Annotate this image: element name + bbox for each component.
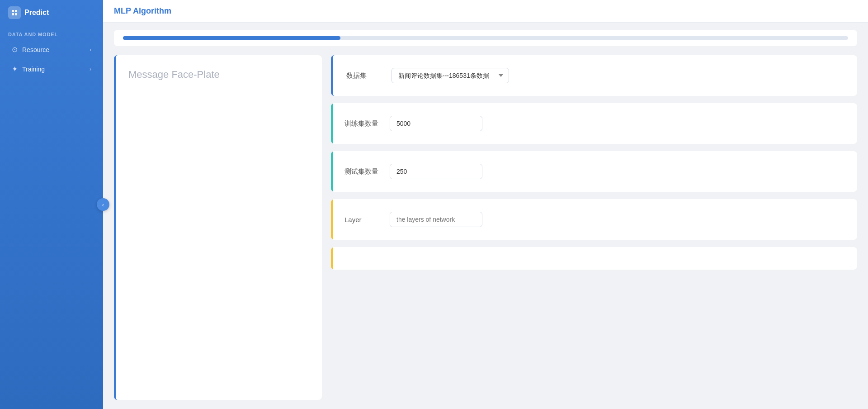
below-progress: Message Face-Plate 数据集 新闻评论数据集---186531条…: [103, 46, 868, 409]
resource-icon: ⊙: [12, 45, 18, 54]
training-chevron-icon: ›: [90, 66, 91, 72]
progress-card: [114, 30, 857, 46]
sidebar-item-training[interactable]: ✦ Training ›: [4, 59, 99, 79]
train-label: 训练集数量: [344, 119, 381, 128]
train-input[interactable]: [390, 116, 482, 131]
sidebar-logo: Predict: [0, 0, 103, 25]
page-title: MLP Algorithm: [114, 6, 171, 15]
dataset-card: 数据集 新闻评论数据集---186531条数据: [331, 55, 857, 96]
dataset-select[interactable]: 新闻评论数据集---186531条数据: [392, 68, 509, 83]
partial-card: [331, 247, 857, 270]
resource-chevron-icon: ›: [90, 47, 91, 53]
sidebar-item-training-label: Training: [22, 66, 45, 73]
page-header: MLP Algorithm: [103, 0, 868, 23]
progress-track: [123, 36, 848, 40]
svg-rect-2: [12, 13, 14, 15]
layer-input[interactable]: [390, 212, 482, 227]
message-faceplate-title: Message Face-Plate: [128, 69, 220, 81]
progress-section: [103, 23, 868, 46]
svg-rect-3: [15, 13, 17, 15]
training-icon: ✦: [12, 65, 18, 73]
train-count-card: 训练集数量: [331, 103, 857, 144]
test-label: 测试集数量: [344, 167, 381, 176]
dataset-label: 数据集: [346, 71, 382, 80]
test-count-card: 测试集数量: [331, 151, 857, 192]
svg-rect-1: [15, 10, 17, 12]
sidebar-item-resource-label: Resource: [22, 46, 49, 53]
sidebar-collapse-button[interactable]: ‹: [97, 198, 109, 211]
logo-text: Predict: [24, 9, 49, 17]
test-input[interactable]: [390, 164, 482, 179]
right-panel: 数据集 新闻评论数据集---186531条数据 训练集数量 测试集数量 Laye…: [331, 55, 857, 400]
message-faceplate: Message Face-Plate: [114, 55, 322, 400]
progress-fill: [123, 36, 340, 40]
sidebar-item-resource[interactable]: ⊙ Resource ›: [4, 40, 99, 59]
layer-label: Layer: [344, 216, 381, 224]
logo-icon: [8, 6, 21, 19]
sidebar-section-label: DATA AND MODEL: [0, 25, 103, 40]
main-content: MLP Algorithm Message Face-Plate 数据集 新闻评…: [103, 0, 868, 409]
svg-rect-0: [12, 10, 14, 12]
layer-card: Layer: [331, 199, 857, 240]
sidebar: Predict DATA AND MODEL ⊙ Resource › ✦ Tr…: [0, 0, 103, 409]
